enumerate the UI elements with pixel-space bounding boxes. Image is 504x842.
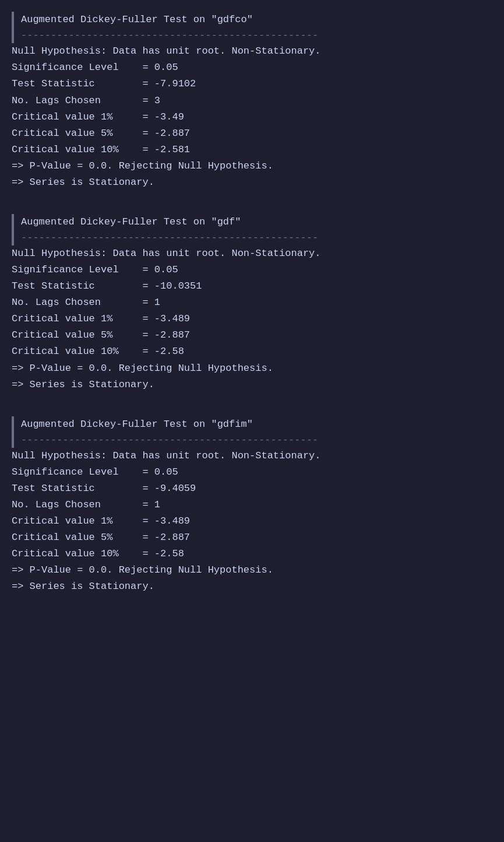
test-line-2-5: Critical value 5% = -2.887 — [12, 529, 498, 546]
test-line-2-0: Null Hypothesis: Data has unit root. Non… — [12, 448, 498, 464]
test-line-2-8: => Series is Stationary. — [12, 578, 498, 595]
test-content-2: Null Hypothesis: Data has unit root. Non… — [12, 448, 498, 595]
test-line-1-6: Critical value 10% = -2.58 — [12, 343, 498, 360]
test-title-0: Augmented Dickey-Fuller Test on "gdfco" — [21, 12, 498, 27]
test-line-0-5: Critical value 5% = -2.887 — [12, 125, 498, 142]
test-line-0-2: Test Statistic = -7.9102 — [12, 76, 498, 92]
test-block-1: Augmented Dickey-Fuller Test on "gdf"---… — [6, 214, 498, 393]
test-line-0-7: => P-Value = 0.0. Rejecting Null Hypothe… — [12, 158, 498, 174]
test-divider-wrapper-1: ----------------------------------------… — [12, 230, 498, 245]
test-line-1-4: Critical value 1% = -3.489 — [12, 311, 498, 327]
test-line-0-6: Critical value 10% = -2.581 — [12, 142, 498, 158]
test-line-1-5: Critical value 5% = -2.887 — [12, 327, 498, 343]
test-divider-wrapper-0: ----------------------------------------… — [12, 27, 498, 43]
test-line-1-7: => P-Value = 0.0. Rejecting Null Hypothe… — [12, 360, 498, 377]
test-line-0-0: Null Hypothesis: Data has unit root. Non… — [12, 43, 498, 59]
test-line-2-3: No. Lags Chosen = 1 — [12, 497, 498, 513]
test-block-0: Augmented Dickey-Fuller Test on "gdfco"-… — [6, 12, 498, 191]
test-header-0: Augmented Dickey-Fuller Test on "gdfco" — [12, 12, 498, 27]
test-divider-text-1: ----------------------------------------… — [21, 230, 498, 245]
test-line-0-3: No. Lags Chosen = 3 — [12, 93, 498, 109]
test-line-1-8: => Series is Stationary. — [12, 377, 498, 393]
test-line-1-2: Test Statistic = -10.0351 — [12, 278, 498, 294]
tests-container: Augmented Dickey-Fuller Test on "gdfco"-… — [6, 12, 498, 595]
test-line-1-0: Null Hypothesis: Data has unit root. Non… — [12, 245, 498, 262]
test-line-0-1: Significance Level = 0.05 — [12, 59, 498, 76]
test-divider-wrapper-2: ----------------------------------------… — [12, 432, 498, 448]
test-line-2-1: Significance Level = 0.05 — [12, 464, 498, 480]
test-line-0-4: Critical value 1% = -3.49 — [12, 109, 498, 125]
test-divider-text-0: ----------------------------------------… — [21, 27, 498, 43]
test-line-2-6: Critical value 10% = -2.58 — [12, 546, 498, 562]
test-line-2-2: Test Statistic = -9.4059 — [12, 480, 498, 497]
test-content-1: Null Hypothesis: Data has unit root. Non… — [12, 245, 498, 392]
test-line-0-8: => Series is Stationary. — [12, 174, 498, 191]
test-header-1: Augmented Dickey-Fuller Test on "gdf" — [12, 214, 498, 230]
test-title-1: Augmented Dickey-Fuller Test on "gdf" — [21, 214, 498, 230]
test-header-2: Augmented Dickey-Fuller Test on "gdfim" — [12, 416, 498, 432]
test-line-1-3: No. Lags Chosen = 1 — [12, 294, 498, 311]
test-divider-text-2: ----------------------------------------… — [21, 432, 498, 448]
test-content-0: Null Hypothesis: Data has unit root. Non… — [12, 43, 498, 190]
test-line-2-7: => P-Value = 0.0. Rejecting Null Hypothe… — [12, 562, 498, 578]
test-line-2-4: Critical value 1% = -3.489 — [12, 513, 498, 529]
test-line-1-1: Significance Level = 0.05 — [12, 262, 498, 278]
test-title-2: Augmented Dickey-Fuller Test on "gdfim" — [21, 416, 498, 432]
test-block-2: Augmented Dickey-Fuller Test on "gdfim"-… — [6, 416, 498, 595]
